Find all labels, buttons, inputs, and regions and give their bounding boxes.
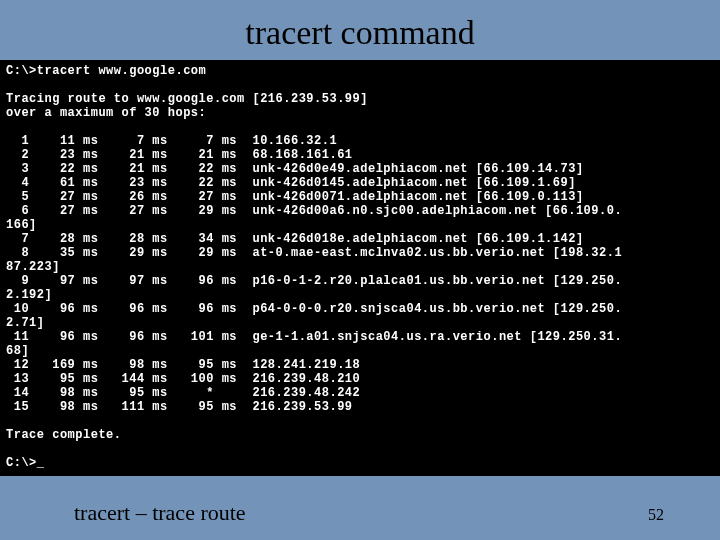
slide-title: tracert command — [0, 0, 720, 60]
terminal-output: C:\>tracert www.google.com Tracing route… — [0, 60, 720, 476]
slide-footer: tracert – trace route — [74, 500, 246, 526]
slide: tracert command C:\>tracert www.google.c… — [0, 0, 720, 540]
page-number: 52 — [648, 506, 664, 524]
